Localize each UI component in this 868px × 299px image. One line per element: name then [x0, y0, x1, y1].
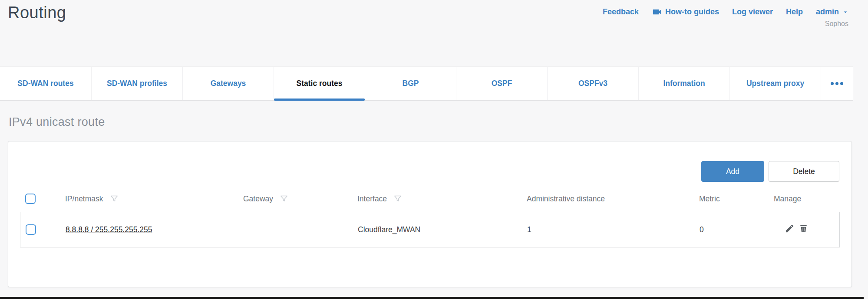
ellipsis-icon [835, 82, 838, 85]
bottom-edge-strip [0, 297, 864, 299]
route-ip-netmask-link[interactable]: 8.8.8.8 / 255.255.255.255 [66, 225, 152, 234]
edit-route-button[interactable] [785, 223, 795, 236]
tab-ospfv3[interactable]: OSPFv3 [547, 67, 638, 100]
help-label: Help [786, 7, 803, 16]
log-viewer-link[interactable]: Log viewer [732, 7, 773, 16]
table-toolbar: Add Delete [701, 161, 839, 182]
more-tabs-button[interactable] [821, 67, 853, 100]
tab-label: Upstream proxy [746, 79, 804, 88]
tab-label: Gateways [211, 79, 246, 88]
howto-guides-label: How-to guides [665, 7, 719, 16]
column-header-gateway: Gateway [243, 194, 273, 204]
help-link[interactable]: Help [786, 7, 803, 16]
feedback-link-label: Feedback [603, 7, 639, 16]
ellipsis-icon [840, 82, 843, 85]
top-navigation: Feedback How-to guides Log viewer Help a… [603, 3, 848, 28]
delete-route-button[interactable] [799, 223, 809, 236]
tab-label: SD-WAN profiles [107, 79, 167, 88]
route-interface-value: Cloudflare_MWAN [358, 225, 420, 234]
static-routes-card: Add Delete IP/netmask Gateway Interfac [8, 141, 852, 287]
filter-funnel-icon[interactable] [279, 194, 289, 204]
tab-label: OSPF [492, 79, 512, 88]
routing-tab-bar: SD-WAN routes SD-WAN profiles Gateways S… [0, 66, 853, 101]
tab-sdwan-profiles[interactable]: SD-WAN profiles [91, 67, 182, 100]
select-all-checkbox[interactable] [25, 194, 36, 204]
log-viewer-label: Log viewer [732, 7, 773, 16]
brand-label: Sophos [825, 20, 848, 28]
tab-label: OSPFv3 [578, 79, 607, 88]
ellipsis-icon [831, 82, 834, 85]
tab-sdwan-routes[interactable]: SD-WAN routes [0, 67, 91, 100]
howto-guides-link[interactable]: How-to guides [652, 7, 719, 17]
column-header-ip-netmask: IP/netmask [65, 194, 103, 204]
pencil-icon [785, 223, 795, 236]
column-header-manage: Manage [774, 194, 801, 204]
feedback-link[interactable]: Feedback [603, 7, 639, 16]
tab-label: SD-WAN routes [17, 79, 73, 88]
tab-label: Static routes [297, 79, 343, 88]
routes-table: IP/netmask Gateway Interface Administrat… [20, 188, 840, 247]
page-title: Routing [8, 3, 66, 22]
column-header-metric: Metric [699, 194, 720, 203]
tab-static-routes[interactable]: Static routes [274, 67, 365, 100]
section-title: IPv4 unicast route [9, 115, 105, 129]
tab-label: Information [663, 79, 705, 88]
table-header-row: IP/netmask Gateway Interface Administrat… [20, 188, 840, 209]
tab-label: BGP [403, 79, 419, 88]
delete-button[interactable]: Delete [769, 161, 839, 182]
page-header: Routing Feedback How-to guides Log viewe… [0, 0, 868, 66]
admin-user-label: admin [816, 7, 839, 16]
filter-funnel-icon[interactable] [109, 194, 119, 204]
tab-upstream-proxy[interactable]: Upstream proxy [729, 67, 821, 100]
column-header-admin-distance: Administrative distance [527, 194, 605, 203]
caret-down-icon [842, 9, 848, 15]
tab-information[interactable]: Information [638, 67, 729, 100]
tab-gateways[interactable]: Gateways [182, 67, 274, 100]
video-camera-icon [652, 7, 662, 17]
trash-icon [799, 223, 809, 236]
row-checkbox[interactable] [26, 224, 36, 235]
filter-funnel-icon[interactable] [393, 194, 403, 204]
route-admin-distance-value: 1 [527, 225, 531, 234]
column-header-interface: Interface [357, 194, 387, 204]
tab-bgp[interactable]: BGP [365, 67, 456, 100]
table-row: 8.8.8.8 / 255.255.255.255 Cloudflare_MWA… [20, 212, 840, 247]
admin-user-menu[interactable]: admin [816, 7, 848, 16]
tab-ospf[interactable]: OSPF [456, 67, 547, 100]
add-button[interactable]: Add [701, 161, 764, 182]
route-metric-value: 0 [700, 225, 704, 234]
